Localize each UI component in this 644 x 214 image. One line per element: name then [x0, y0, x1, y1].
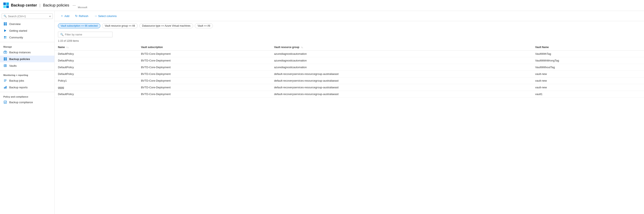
filter-pill-vault[interactable]: Vault == All	[195, 23, 213, 28]
cell-vault-subscription: BVTD-Core-Deployment	[138, 78, 271, 84]
backup-instances-icon	[3, 50, 7, 54]
sidebar-section-monitoring: Monitoring + reporting	[0, 72, 54, 77]
svg-rect-7	[6, 24, 7, 26]
main-content: ＋ Add ↻ Refresh → Select columns Vault s…	[54, 11, 644, 214]
cell-name: gggg	[54, 84, 138, 91]
sidebar-section-policy: Policy and compliance	[0, 93, 54, 99]
search-box[interactable]: 🔍 «	[2, 14, 53, 19]
table-row[interactable]: DefaultPolicy BVTD-Core-Deployment defau…	[54, 71, 644, 78]
select-columns-button[interactable]: → Select columns	[92, 13, 119, 19]
svg-rect-23	[5, 87, 6, 88]
sidebar-item-overview[interactable]: Overview	[0, 20, 54, 27]
refresh-button[interactable]: ↻ Refresh	[73, 13, 91, 19]
sort-icon-name: ↑↓	[66, 46, 69, 48]
cell-vault-resource-group: azurediagnosticautomation	[271, 50, 532, 57]
svg-rect-14	[4, 59, 5, 60]
community-icon	[3, 36, 7, 39]
svg-point-11	[5, 52, 6, 53]
sidebar-label-backup-compliance: Backup compliance	[9, 101, 33, 104]
svg-rect-15	[6, 59, 7, 60]
filter-pill-label-vault: Vault == All	[198, 24, 210, 27]
col-header-vault-name: Vault Name	[532, 44, 644, 50]
item-count: 1-15 of 1209 items	[54, 38, 644, 44]
data-table: Name ↑↓ Vault subscription Vault resourc…	[54, 44, 644, 98]
table-row[interactable]: DefaultPolicy BVTD-Core-Deployment azure…	[54, 57, 644, 64]
select-columns-label: Select columns	[98, 14, 117, 18]
app-title: Backup center	[11, 3, 37, 8]
sidebar-label-overview: Overview	[9, 22, 20, 26]
sidebar-item-backup-policies[interactable]: Backup policies	[0, 56, 54, 62]
sidebar-item-backup-compliance[interactable]: Backup compliance	[0, 99, 54, 106]
search-input[interactable]	[8, 15, 48, 18]
cell-vault-name: VaultWithoutTag	[532, 64, 644, 71]
cell-vault-name: vault-new	[532, 78, 644, 84]
sidebar-label-backup-reports: Backup reports	[9, 86, 28, 89]
sidebar-label-vaults: Vaults	[9, 64, 16, 67]
sidebar-label-getting-started: Getting started	[9, 29, 27, 32]
backup-compliance-icon	[3, 100, 7, 104]
cell-vault-subscription: BVTD-Core-Deployment	[138, 84, 271, 91]
cell-vault-subscription: BVTD-Core-Deployment	[138, 91, 271, 98]
collapse-button[interactable]: «	[49, 14, 51, 18]
refresh-label: Refresh	[79, 14, 88, 18]
svg-rect-5	[6, 22, 7, 24]
cell-vault-resource-group: default-recoveryservices-resourcegroup-a…	[271, 84, 532, 91]
more-options-icon[interactable]: ···	[73, 3, 76, 8]
col-header-vault-subscription: Vault subscription	[138, 44, 271, 50]
sidebar-item-backup-jobs[interactable]: Backup jobs	[0, 77, 54, 84]
sidebar-divider-manage	[0, 42, 54, 42]
cell-vault-name: vault-new	[532, 71, 644, 78]
table-header-row: Name ↑↓ Vault subscription Vault resourc…	[54, 44, 644, 50]
overview-icon	[3, 22, 7, 26]
svg-rect-2	[3, 6, 6, 8]
sidebar-divider-monitoring	[0, 70, 54, 70]
getting-started-icon	[3, 29, 7, 32]
sidebar: 🔍 « Overview Getting started Community M…	[0, 11, 54, 214]
filter-pill-vault-rg[interactable]: Vault resource group == All	[102, 23, 138, 28]
sidebar-item-community[interactable]: Community	[0, 34, 54, 41]
svg-point-17	[5, 65, 6, 66]
cell-vault-resource-group: azurediagnosticautomation	[271, 57, 532, 64]
table-row[interactable]: DefaultPolicy BVTD-Core-Deployment defau…	[54, 91, 644, 98]
svg-rect-22	[4, 87, 4, 88]
svg-point-9	[5, 36, 6, 38]
cell-vault-subscription: BVTD-Core-Deployment	[138, 50, 271, 57]
sidebar-item-backup-instances[interactable]: Backup instances	[0, 49, 54, 56]
filter-pill-datasource[interactable]: Datasource type == Azure Virtual machine…	[140, 23, 193, 28]
svg-rect-25	[4, 101, 6, 104]
header-separator: |	[40, 3, 40, 8]
svg-rect-3	[6, 6, 9, 8]
add-icon: ＋	[60, 14, 64, 18]
add-button[interactable]: ＋ Add	[58, 13, 72, 19]
backup-jobs-icon	[3, 79, 7, 82]
app-header: Backup center | Backup policies ··· Micr…	[0, 0, 644, 11]
sidebar-item-getting-started[interactable]: Getting started	[0, 27, 54, 34]
cell-name: DefaultPolicy	[54, 57, 138, 64]
filter-search[interactable]: 🔍	[58, 32, 112, 37]
col-header-vault-resource-group[interactable]: Vault resource group ↑↓	[271, 44, 532, 50]
search-icon: 🔍	[4, 15, 7, 18]
filter-search-icon: 🔍	[60, 33, 64, 36]
filter-search-input[interactable]	[65, 33, 110, 36]
cell-vault-name: VaultWithWrongTag	[532, 57, 644, 64]
sidebar-label-community: Community	[9, 36, 23, 39]
cell-vault-resource-group: default-recoveryservices-resourcegroup-a…	[271, 91, 532, 98]
cell-vault-name: vault1	[532, 91, 644, 98]
table-row[interactable]: gggg BVTD-Core-Deployment default-recove…	[54, 84, 644, 91]
table-row[interactable]: DefaultPolicy BVTD-Core-Deployment azure…	[54, 50, 644, 57]
cell-vault-name: VaultWithTag	[532, 50, 644, 57]
cell-vault-resource-group: default-recoveryservices-resourcegroup-a…	[271, 71, 532, 78]
sort-icon-rg: ↑↓	[301, 46, 303, 48]
filters-row: Vault subscription == 66 selected Vault …	[54, 21, 644, 30]
col-header-name[interactable]: Name ↑↓	[54, 44, 138, 50]
sidebar-item-backup-reports[interactable]: Backup reports	[0, 84, 54, 91]
filter-pill-vault-sub[interactable]: Vault subscription == 66 selected	[58, 23, 100, 28]
backup-reports-icon	[3, 86, 7, 89]
table-row[interactable]: DefaultPolicy BVTD-Core-Deployment azure…	[54, 64, 644, 71]
svg-rect-4	[4, 22, 5, 24]
table-row[interactable]: Policy1 BVTD-Core-Deployment default-rec…	[54, 78, 644, 84]
vaults-icon	[3, 64, 7, 68]
svg-rect-13	[6, 58, 7, 59]
sidebar-item-vaults[interactable]: Vaults	[0, 62, 54, 69]
filter-pill-label-datasource: Datasource type == Azure Virtual machine…	[142, 24, 190, 27]
